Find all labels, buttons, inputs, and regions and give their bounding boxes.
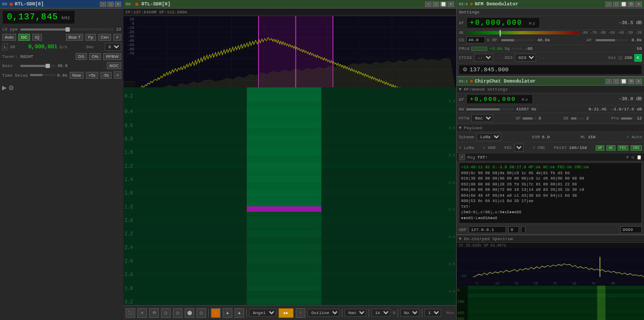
tool-btn-10[interactable]: ▲: [235, 308, 244, 318]
tool-btn-9[interactable]: ▲: [223, 308, 232, 318]
vol-active-btn[interactable]: K: [634, 54, 642, 62]
outline-select[interactable]: Outline: [308, 309, 340, 317]
sdr-close-btn[interactable]: ×: [448, 2, 454, 7]
bw-slider[interactable]: [466, 108, 514, 110]
rtl-close-btn[interactable]: ×: [115, 2, 121, 7]
cc-db-value: -30.0 dB: [619, 96, 642, 102]
nfm-freq-display[interactable]: +0,000,000 Hz: [466, 17, 540, 28]
nfm-minimize-btn[interactable]: −: [605, 2, 612, 7]
nfm-settings-text: Settings: [459, 10, 479, 14]
msg-check[interactable]: ✓: [459, 154, 465, 160]
message-display[interactable]: >13:49:11 02 S:-3.9 SN:17.6 HF:ok HC:ok …: [459, 162, 642, 224]
dc-btn[interactable]: DC: [18, 34, 30, 41]
udp-port-input[interactable]: [620, 226, 642, 233]
plus5-btn[interactable]: +5s: [86, 72, 98, 79]
tool-btn-3[interactable]: ⟲: [149, 308, 159, 318]
gain-row: Gain 49.6 AGC: [0, 61, 123, 70]
lo-ppm-slider[interactable]: [20, 28, 114, 31]
vol-knob[interactable]: [618, 56, 623, 60]
lo-ppm-row: LO ppm 22: [0, 26, 123, 33]
ofs-btn[interactable]: Ofs: [89, 53, 101, 60]
rtl-maximize-btn[interactable]: □: [107, 2, 114, 7]
now-btn[interactable]: Now: [70, 72, 84, 79]
sdr-title: RTL-SDR[0]: [142, 2, 171, 7]
sq-slider[interactable]: [512, 48, 523, 50]
play-icon[interactable]: ▶: [2, 83, 6, 92]
udp-host-input[interactable]: [469, 226, 506, 233]
angel-select[interactable]: Angel: [249, 309, 276, 317]
no-select[interactable]: No: [400, 309, 420, 317]
fec-select[interactable]: 1: [514, 144, 524, 152]
cc-btn1[interactable]: −: [605, 79, 612, 84]
num-select[interactable]: 1: [425, 309, 441, 317]
svg-rect-58: [247, 87, 321, 206]
ds-btn[interactable]: DS: [76, 53, 87, 60]
udp-row: UDP: [457, 225, 644, 234]
nfm-btn3[interactable]: ⬜: [620, 2, 627, 7]
rf-settings-header[interactable]: ▼ RF/demod settings: [457, 86, 644, 93]
cc-freq-display[interactable]: +0,000,000 Hz: [466, 94, 533, 104]
auto-btn[interactable]: Auto: [2, 34, 16, 41]
cc-btn4[interactable]: ⟲: [628, 79, 634, 84]
nfm-close-btn[interactable]: ×: [635, 2, 642, 7]
dcs-select[interactable]: 023N: [515, 54, 536, 62]
tool-btn-4[interactable]: ◯: [161, 308, 171, 318]
tool-btn-6[interactable]: ⬤: [185, 308, 194, 318]
rtl-minimize-btn[interactable]: −: [100, 2, 106, 7]
sdr-maximize-btn[interactable]: □: [433, 2, 439, 7]
main-freq-display[interactable]: 0,137,845 kHz: [2, 10, 75, 24]
sr-label: SR: [10, 44, 26, 49]
gain-label: Gain: [2, 63, 18, 68]
tool-btn-warning[interactable]: !: [296, 308, 305, 318]
nfm-btn2[interactable]: □: [613, 2, 619, 7]
han-select[interactable]: Han: [345, 309, 367, 317]
time-delay-slider[interactable]: [30, 74, 55, 76]
scheme-select[interactable]: LoRa: [477, 133, 501, 141]
fp-btn[interactable]: Fp: [85, 34, 96, 41]
cursor-indicator: Mon: [447, 310, 454, 315]
fftw-select[interactable]: Rec: [471, 114, 493, 122]
close-small-btn[interactable]: ×: [113, 34, 121, 41]
dec-select[interactable]: 8 4 2 1: [105, 43, 121, 51]
rate-select[interactable]: 1k: [371, 309, 391, 317]
cc-bw-row: BW 41667 Hz N-21.45 -3.9/17.6 dB: [457, 106, 644, 113]
lora-label: LoRa: [464, 145, 474, 150]
tool-btn-8[interactable]: ⚠: [211, 308, 221, 318]
tool-btn-5[interactable]: ◯: [173, 308, 182, 318]
payload-header[interactable]: ▼ Payload: [457, 124, 644, 132]
sf-slider[interactable]: [523, 117, 536, 120]
dechirped-header[interactable]: ▼ De-chirped Spectrum: [457, 235, 644, 243]
tool-btn-7[interactable]: ◯: [196, 308, 206, 318]
sdr-fullscreen-btn[interactable]: ⬜: [440, 2, 447, 7]
af-slider[interactable]: [596, 39, 628, 41]
cc-close-btn[interactable]: ×: [635, 79, 642, 84]
iq-btn[interactable]: IQ: [32, 34, 42, 41]
rfbw-btn[interactable]: RFBW: [103, 53, 121, 60]
db-10: 10: [123, 16, 135, 21]
nfm-color-bar[interactable]: [465, 31, 579, 35]
svg-rect-54: [123, 285, 456, 292]
loop-btn[interactable]: ↺: [114, 71, 121, 79]
agc-btn[interactable]: AGC: [107, 62, 121, 69]
ctcss-select[interactable]: --: [474, 54, 493, 62]
cs-input[interactable]: [466, 36, 485, 43]
settings-icon[interactable]: ⚙: [9, 83, 13, 92]
sdr-minimize-btn[interactable]: −: [425, 2, 431, 7]
ml-label: ML: [581, 135, 586, 139]
tool-btn-2[interactable]: ✕: [137, 308, 147, 318]
gain-slider[interactable]: [20, 65, 55, 67]
bias-t-btn[interactable]: Bias T: [66, 34, 84, 41]
pre-slider[interactable]: [621, 117, 634, 120]
msg-line-4: 048|06 06 00 00|72 00 18 13|14 d0 83 39|…: [461, 187, 640, 193]
cc-btn3[interactable]: ⬜: [620, 79, 627, 84]
nfm-btn4[interactable]: ⟲: [628, 2, 634, 7]
minus5-btn[interactable]: -5s: [100, 72, 112, 79]
rtl-sdr-left-panel: R0 RTL-SDR[0] − □ × 0,137,845 kHz LO ppm…: [0, 0, 123, 320]
nfm-ctcss-row: CTCSS -- -- DCS 023N -- Vol 200 K: [457, 53, 644, 63]
tool-btn-1[interactable]: ⬛: [126, 308, 135, 318]
cs-slider[interactable]: [501, 39, 533, 41]
cc-btn2[interactable]: □: [613, 79, 619, 84]
de-value: 2: [587, 116, 589, 121]
de-slider[interactable]: [571, 117, 584, 120]
cen-btn[interactable]: Cen: [98, 34, 112, 41]
